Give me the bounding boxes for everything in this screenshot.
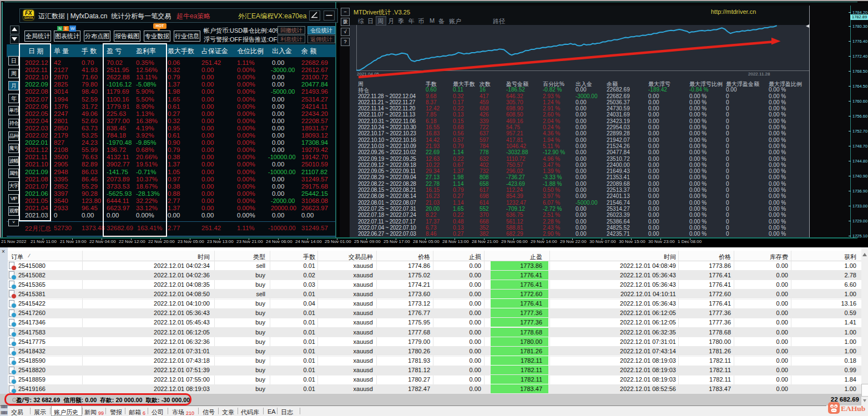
svg-text:EAHub: EAHub xyxy=(841,404,865,413)
